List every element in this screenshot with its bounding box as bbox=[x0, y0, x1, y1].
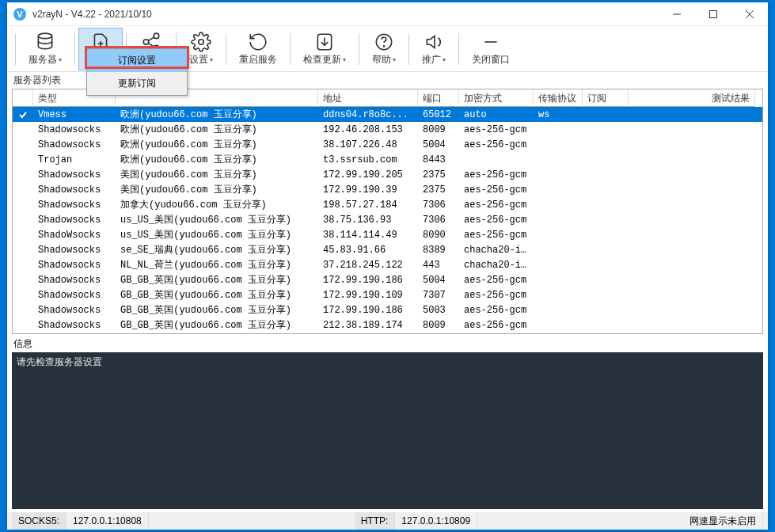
table-row[interactable]: Shadowsocks加拿大(yudou66.com 玉豆分享)198.57.2… bbox=[13, 197, 762, 212]
table-row[interactable]: Shadowsocks美国(yudou66.com 玉豆分享)172.99.19… bbox=[13, 182, 762, 197]
svg-point-4 bbox=[38, 33, 51, 39]
cell-subscription bbox=[583, 264, 629, 266]
cell-port: 5004 bbox=[418, 274, 459, 287]
help-label: 帮助 bbox=[372, 53, 391, 66]
closewindow-button[interactable]: 关闭窗口 bbox=[462, 28, 519, 70]
table-row[interactable]: Shadowsocks欧洲(yudou66.com 玉豆分享)192.46.20… bbox=[13, 122, 762, 137]
svg-line-11 bbox=[148, 44, 154, 47]
cell-encryption: aes-256-gcm bbox=[459, 274, 534, 287]
cell-port: 443 bbox=[418, 259, 459, 272]
toolbar-separator bbox=[15, 33, 16, 65]
col-test[interactable]: 测试结果 bbox=[629, 89, 755, 107]
toolbar-separator bbox=[408, 33, 409, 65]
app-icon: V bbox=[13, 8, 26, 21]
cell-encryption: aes-256-gcm bbox=[459, 184, 534, 196]
cell-test bbox=[629, 325, 755, 326]
cell-port: 8090 bbox=[418, 229, 459, 241]
cell-transport bbox=[534, 189, 583, 191]
cell-transport bbox=[534, 310, 583, 311]
cell-port: 8009 bbox=[418, 124, 459, 136]
dropdown-subscription-settings[interactable]: 订阅设置 bbox=[87, 49, 187, 72]
checkupdate-menu[interactable]: 检查更新▾ bbox=[294, 28, 355, 70]
cell-port: 2375 bbox=[418, 184, 459, 196]
maximize-button[interactable] bbox=[695, 2, 731, 26]
cell-remark: 欧洲(yudou66.com 玉豆分享) bbox=[116, 122, 318, 137]
app-window: V v2rayN - V4.22 - 2021/10/10 服务器▾ bbox=[7, 2, 768, 530]
col-encryption[interactable]: 加密方式 bbox=[459, 89, 534, 107]
cell-test bbox=[629, 189, 755, 191]
table-row[interactable]: Shadowsocksus_US_美国(yudou66.com 玉豆分享)38.… bbox=[13, 212, 762, 227]
statusbar: SOCKS5: 127.0.0.1:10808 HTTP: 127.0.0.1:… bbox=[7, 512, 768, 530]
server-menu[interactable]: 服务器▾ bbox=[19, 28, 71, 70]
dropdown-update-subscription[interactable]: 更新订阅 bbox=[87, 72, 187, 95]
restart-label: 重启服务 bbox=[239, 53, 277, 66]
cell-address: 172.99.190.186 bbox=[318, 274, 418, 287]
minimize-button[interactable] bbox=[659, 2, 695, 26]
window-controls bbox=[659, 2, 768, 26]
cell-remark: GB_GB_英国(yudou66.com 玉豆分享) bbox=[116, 272, 318, 287]
table-row[interactable]: Vmess欧洲(yudou66.com 玉豆分享)ddns04.r8o8c...… bbox=[13, 107, 762, 122]
cell-encryption: aes-256-gcm bbox=[459, 229, 534, 241]
cell-remark: GB_GB_英国(yudou66.com 玉豆分享) bbox=[116, 317, 318, 332]
table-row[interactable]: ShadowsocksGB_GB_英国(yudou66.com 玉豆分享)212… bbox=[13, 317, 762, 332]
table-row[interactable]: Shadowsocksse_SE_瑞典(yudou66.com 玉豆分享)45.… bbox=[13, 242, 762, 257]
col-port[interactable]: 端口 bbox=[418, 89, 459, 107]
restart-button[interactable]: 重启服务 bbox=[230, 28, 287, 70]
cell-port: 5003 bbox=[418, 304, 459, 317]
cell-encryption: chacha20-i... bbox=[459, 334, 534, 335]
cell-type: Shadowsocks bbox=[33, 319, 116, 332]
table-row[interactable]: ShadowsocksGB_GB_英国(yudou66.com 玉豆分享)172… bbox=[13, 302, 762, 317]
table-row[interactable]: Shadowsocks欧洲(yudou66.com 玉豆分享)38.107.22… bbox=[13, 137, 762, 152]
col-subscription[interactable]: 订阅 bbox=[583, 89, 629, 107]
close-button[interactable] bbox=[731, 2, 768, 26]
cell-port: 8389 bbox=[418, 244, 459, 256]
cell-address: 38.114.114.49 bbox=[318, 229, 418, 241]
download-icon bbox=[314, 31, 335, 53]
table-row[interactable]: Trojan欧洲(yudou66.com 玉豆分享)t3.ssrsub.com8… bbox=[13, 152, 762, 167]
cell-remark: 欧洲(yudou66.com 玉豆分享) bbox=[116, 107, 318, 122]
cell-subscription bbox=[583, 325, 629, 326]
row-marker bbox=[13, 249, 33, 251]
table-row[interactable]: ShadowsocksNL_NL_荷兰(yudou66.com 玉豆分享)37.… bbox=[13, 257, 762, 272]
cell-encryption: aes-256-gcm bbox=[459, 319, 534, 332]
table-row[interactable]: ShadoWsocksus_US_美国(yudou66.com 玉豆分享)38.… bbox=[13, 227, 762, 242]
chevron-down-icon: ▾ bbox=[343, 56, 346, 63]
cell-subscription bbox=[583, 234, 629, 236]
row-marker bbox=[13, 219, 33, 221]
restart-icon bbox=[248, 31, 268, 53]
help-menu[interactable]: 帮助▾ bbox=[363, 28, 405, 70]
cell-test bbox=[629, 310, 755, 311]
cell-test bbox=[629, 219, 755, 221]
cell-transport bbox=[534, 325, 583, 326]
table-row[interactable]: Shadowsocks美国(yudou66.com 玉豆分享)172.99.19… bbox=[13, 167, 762, 182]
cell-encryption: aes-256-gcm bbox=[459, 289, 534, 302]
cell-transport bbox=[534, 174, 583, 176]
table-row[interactable]: ShadowsocksGB_GB_英国(yudou66.com 玉豆分享)172… bbox=[13, 287, 762, 302]
col-address[interactable]: 地址 bbox=[318, 89, 418, 107]
cell-type: Shadowsocks bbox=[33, 214, 116, 226]
svg-line-10 bbox=[148, 37, 154, 40]
svg-point-7 bbox=[154, 33, 159, 39]
table-row[interactable]: ShadoWsocksBE_BE_比利时(yudou66.com 玉豆分享)77… bbox=[13, 332, 762, 334]
table-row[interactable]: ShadowsocksGB_GB_英国(yudou66.com 玉豆分享)172… bbox=[13, 272, 762, 287]
titlebar: V v2rayN - V4.22 - 2021/10/10 bbox=[7, 2, 768, 26]
cell-subscription bbox=[583, 294, 629, 296]
col-marker[interactable] bbox=[13, 89, 33, 107]
cell-port: 65012 bbox=[418, 108, 459, 121]
cell-remark: 加拿大(yudou66.com 玉豆分享) bbox=[116, 197, 318, 212]
cell-subscription bbox=[583, 144, 629, 146]
database-icon bbox=[35, 31, 55, 53]
cell-test bbox=[629, 174, 755, 176]
cell-test bbox=[629, 234, 755, 236]
svg-point-12 bbox=[199, 40, 204, 45]
row-marker bbox=[13, 310, 33, 311]
promotion-menu[interactable]: 推广▾ bbox=[412, 28, 455, 70]
chevron-down-icon: ▾ bbox=[210, 56, 213, 63]
socks-label: SOCKS5: bbox=[12, 512, 66, 530]
help-icon bbox=[374, 31, 394, 53]
col-transport[interactable]: 传输协议 bbox=[534, 89, 583, 107]
cell-type: Shadowsocks bbox=[33, 274, 116, 287]
toolbar-separator bbox=[226, 33, 226, 65]
chevron-down-icon: ▾ bbox=[393, 56, 396, 63]
minus-icon bbox=[481, 31, 501, 53]
